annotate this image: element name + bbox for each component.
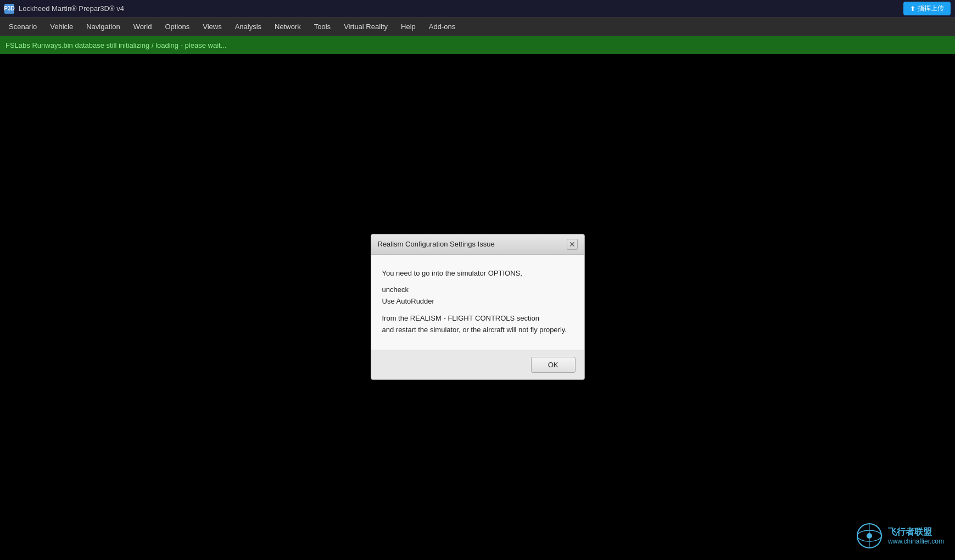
menu-network[interactable]: Network (268, 19, 308, 34)
menu-world[interactable]: World (127, 19, 159, 34)
menu-vr[interactable]: Virtual Reality (337, 19, 394, 34)
menu-help[interactable]: Help (394, 19, 422, 34)
watermark-logo (856, 523, 883, 549)
titlebar-title: Lockheed Martin® Prepar3D® v4 (19, 4, 124, 13)
status-message: FSLabs Runways.bin database still initia… (5, 41, 227, 49)
ok-button[interactable]: OK (531, 357, 576, 373)
dialog-footer: OK (371, 350, 584, 379)
dialog-body: You need to go into the simulator OPTION… (371, 255, 584, 350)
dialog-close-button[interactable]: ✕ (567, 239, 578, 250)
main-area: Realism Configuration Settings Issue ✕ Y… (0, 54, 955, 560)
watermark-brand: 飞行者联盟 (888, 527, 944, 538)
dialog-line4-5: from the REALISM - FLIGHT CONTROLS secti… (382, 313, 573, 336)
app-icon: P3D (4, 4, 14, 14)
menu-navigation[interactable]: Navigation (80, 19, 126, 34)
menu-addons[interactable]: Add-ons (422, 19, 462, 34)
dialog: Realism Configuration Settings Issue ✕ Y… (371, 234, 585, 380)
upload-icon: ⬆ (910, 5, 915, 13)
dialog-line2-3: uncheck Use AutoRudder (382, 284, 573, 307)
upload-button[interactable]: ⬆ 指挥上传 (903, 2, 951, 15)
watermark: 飞行者联盟 www.chinaflier.com (856, 523, 944, 549)
titlebar-left: P3D Lockheed Martin® Prepar3D® v4 (4, 4, 124, 14)
titlebar: P3D Lockheed Martin® Prepar3D® v4 ⬆ 指挥上传 (0, 0, 955, 18)
menu-scenario[interactable]: Scenario (2, 19, 43, 34)
dialog-overlay: Realism Configuration Settings Issue ✕ Y… (0, 54, 955, 560)
watermark-info: 飞行者联盟 www.chinaflier.com (888, 527, 944, 546)
statusbar: FSLabs Runways.bin database still initia… (0, 36, 955, 54)
dialog-line1: You need to go into the simulator OPTION… (382, 268, 573, 279)
dialog-titlebar: Realism Configuration Settings Issue ✕ (371, 234, 584, 255)
menu-vehicle[interactable]: Vehicle (43, 19, 80, 34)
dialog-title: Realism Configuration Settings Issue (378, 240, 495, 248)
menu-analysis[interactable]: Analysis (228, 19, 268, 34)
menubar: Scenario Vehicle Navigation World Option… (0, 18, 955, 36)
menu-options[interactable]: Options (158, 19, 196, 34)
watermark-url: www.chinaflier.com (888, 537, 944, 545)
menu-tools[interactable]: Tools (308, 19, 337, 34)
titlebar-right: ⬆ 指挥上传 (903, 2, 951, 15)
menu-views[interactable]: Views (196, 19, 228, 34)
